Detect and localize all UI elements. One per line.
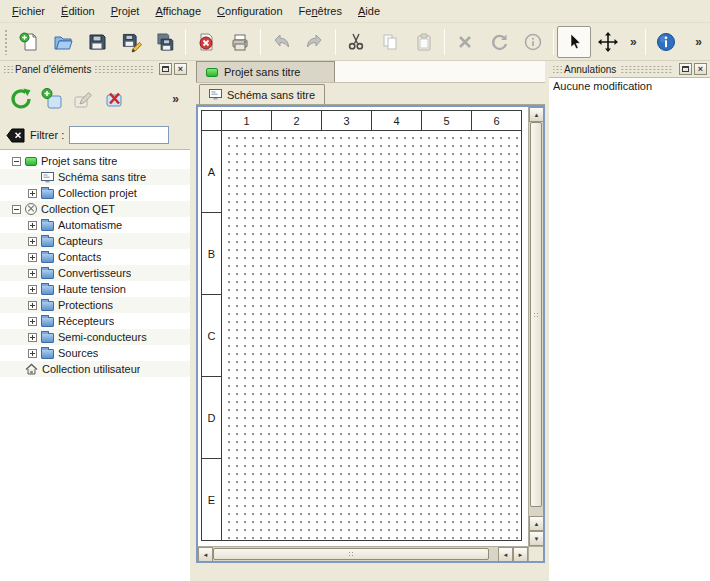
left-dock-close-button[interactable]: ×: [174, 63, 187, 75]
tab-project[interactable]: Projet sans titre: [196, 61, 335, 82]
toolbar-overflow-button[interactable]: »: [625, 35, 642, 49]
tab-project-label: Projet sans titre: [224, 66, 300, 78]
scroll-right-button[interactable]: ►: [513, 547, 528, 562]
reload-collections-button[interactable]: [7, 85, 35, 113]
menu-fenetres[interactable]: Fenêtres: [291, 2, 350, 20]
undo-list-item[interactable]: Aucune modification: [549, 78, 710, 94]
scroll-up-button-2[interactable]: ▲: [529, 516, 544, 531]
expand-icon[interactable]: [28, 333, 37, 342]
about-button[interactable]: [649, 26, 683, 58]
column-headers: 123456: [222, 111, 522, 131]
vertical-scroll-thumb[interactable]: [530, 122, 542, 507]
expand-icon[interactable]: [28, 237, 37, 246]
scroll-up-button[interactable]: ▲: [529, 107, 544, 122]
delete-element-button[interactable]: [100, 85, 128, 113]
save-as-button[interactable]: [114, 26, 148, 58]
help-toolbar-overflow-button[interactable]: »: [690, 35, 707, 49]
float-icon: [682, 66, 689, 72]
redo-button[interactable]: [298, 26, 332, 58]
new-element-button[interactable]: [38, 85, 66, 113]
menu-aide[interactable]: Aide: [350, 2, 388, 20]
tree-item-automatisme[interactable]: Automatisme: [0, 217, 190, 233]
move-tool-button[interactable]: [591, 26, 625, 58]
horizontal-scrollbar[interactable]: ◄ ◄ ►: [198, 546, 528, 561]
tree-item-contacts[interactable]: Contacts: [0, 249, 190, 265]
collapse-icon[interactable]: [12, 157, 21, 166]
tree-item-semi-conducteurs[interactable]: Semi-conducteurs: [0, 329, 190, 345]
cut-button[interactable]: [339, 26, 373, 58]
tree-item-protections[interactable]: Protections: [0, 297, 190, 313]
expand-icon[interactable]: [28, 301, 37, 310]
new-file-button[interactable]: [12, 26, 46, 58]
copy-button[interactable]: [373, 26, 407, 58]
expand-icon[interactable]: [28, 349, 37, 358]
tree-item-recepteurs[interactable]: Récepteurs: [0, 313, 190, 329]
open-file-button[interactable]: [46, 26, 80, 58]
print-button[interactable]: [223, 26, 257, 58]
save-all-button[interactable]: [148, 26, 182, 58]
left-dock-titlebar[interactable]: Panel d'éléments ×: [0, 61, 190, 77]
left-dock-title: Panel d'éléments: [15, 64, 91, 75]
delete-button[interactable]: [448, 26, 482, 58]
right-dock-float-button[interactable]: [679, 63, 692, 75]
tree-item-collection-qet[interactable]: Collection QET: [0, 201, 190, 217]
collapse-icon[interactable]: [12, 205, 21, 214]
expand-icon[interactable]: [28, 269, 37, 278]
toolbar-grip[interactable]: [4, 29, 9, 55]
schema-icon: [41, 172, 54, 183]
column-header-6: 6: [472, 111, 522, 131]
horizontal-scroll-thumb[interactable]: [213, 548, 489, 560]
filter-input[interactable]: [69, 126, 169, 144]
tree-item-haute-tension[interactable]: Haute tension: [0, 281, 190, 297]
tree-item-collection-projet[interactable]: Collection projet: [0, 185, 190, 201]
tree-item-convertisseurs[interactable]: Convertisseurs: [0, 265, 190, 281]
right-dock-titlebar[interactable]: Annulations ×: [549, 61, 710, 77]
undo-button[interactable]: [264, 26, 298, 58]
save-file-button[interactable]: [80, 26, 114, 58]
about-info-icon: [655, 31, 677, 53]
scroll-down-button[interactable]: ▼: [529, 531, 544, 546]
expand-icon[interactable]: [28, 221, 37, 230]
qelectrotech-window: FichierÉditionProjetAffichageConfigurati…: [0, 0, 710, 581]
element-info-button[interactable]: [516, 26, 550, 58]
close-icon: ×: [178, 65, 183, 74]
menu-projet[interactable]: Projet: [103, 2, 148, 20]
home-icon: [25, 363, 38, 375]
expand-icon[interactable]: [28, 189, 37, 198]
diagram-frame: 123456 ABCDE ▲ ▲ ▼ ◄: [196, 105, 545, 563]
tab-schema[interactable]: Schéma sans titre: [199, 84, 325, 104]
project-view: Projet sans titre Schéma sans titre 1234…: [196, 61, 545, 581]
tree-item-schema[interactable]: Schéma sans titre: [0, 169, 190, 185]
right-dock-close-button[interactable]: ×: [694, 63, 707, 75]
close-file-button[interactable]: [189, 26, 223, 58]
left-dock-float-button[interactable]: [159, 63, 172, 75]
paste-button[interactable]: [407, 26, 441, 58]
filter-clear-icon[interactable]: [6, 128, 25, 143]
close-file-icon: [195, 31, 217, 53]
vertical-scroll-track[interactable]: [529, 122, 543, 516]
tree-item-collection-utilisateur[interactable]: Collection utilisateur: [0, 361, 190, 377]
tree-item-project[interactable]: Projet sans titre: [0, 153, 190, 169]
expand-icon[interactable]: [28, 253, 37, 262]
expand-icon[interactable]: [28, 317, 37, 326]
menu-fichier[interactable]: Fichier: [4, 2, 53, 20]
tree-item-capteurs[interactable]: Capteurs: [0, 233, 190, 249]
panel-overflow-button[interactable]: »: [167, 92, 184, 106]
scroll-left-button-2[interactable]: ◄: [498, 547, 513, 562]
menu-affichage[interactable]: Affichage: [147, 2, 209, 20]
vertical-scrollbar[interactable]: ▲ ▲ ▼: [528, 107, 543, 546]
tree-item-sources[interactable]: Sources: [0, 345, 190, 361]
diagram-view[interactable]: 123456 ABCDE: [198, 107, 528, 546]
select-tool-button[interactable]: [557, 26, 591, 58]
expand-icon[interactable]: [28, 285, 37, 294]
horizontal-scroll-track[interactable]: [213, 547, 498, 561]
folder-icon: [41, 301, 54, 311]
row-header-C: C: [202, 295, 222, 377]
menu-edition[interactable]: Édition: [53, 2, 103, 20]
dock-handle-dots: [620, 65, 673, 74]
menu-configuration[interactable]: Configuration: [209, 2, 290, 20]
edit-element-button[interactable]: [69, 85, 97, 113]
move-icon: [597, 31, 619, 53]
scroll-left-button[interactable]: ◄: [198, 547, 213, 562]
rotate-button[interactable]: [482, 26, 516, 58]
